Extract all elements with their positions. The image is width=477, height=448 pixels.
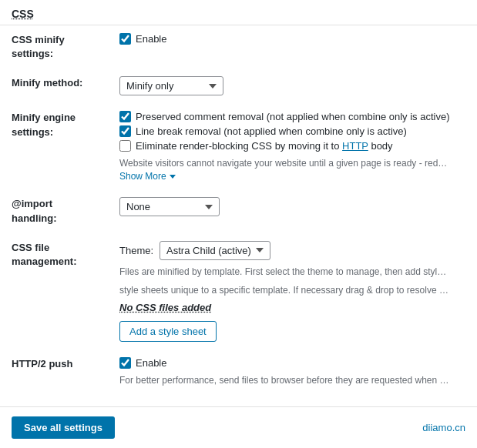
theme-label: Theme: (119, 245, 153, 256)
http2-push-description: For better performance, send files to br… (119, 373, 451, 387)
eliminate-render-blocking-label: Eliminate render-blocking CSS by moving … (136, 140, 393, 152)
minify-engine-description: Website visitors cannot navigate your we… (119, 156, 451, 170)
line-break-label: Line break removal (not applied when com… (136, 125, 407, 137)
css-minify-label: CSS minify settings: (12, 34, 65, 59)
import-handling-label: @import handling: (12, 198, 57, 223)
minify-engine-label: Minify engine settings: (12, 112, 76, 137)
show-more-text: Show More (119, 171, 166, 182)
save-all-settings-button[interactable]: Save all settings (12, 416, 115, 439)
line-break-checkbox[interactable] (119, 125, 131, 137)
preserved-comment-label: Preserved comment removal (not applied w… (136, 111, 450, 122)
theme-select[interactable]: Astra Child (active) Astra Default (160, 241, 270, 260)
preserved-comment-checkbox[interactable] (119, 111, 131, 122)
eliminate-render-blocking-checkbox[interactable] (119, 140, 131, 152)
import-handling-select[interactable]: None Include Ignore (119, 197, 220, 216)
css-minify-enable-label: Enable (136, 33, 166, 45)
footer-bar: Save all settings diiamo.cn (0, 406, 477, 448)
show-more-link[interactable]: Show More (119, 171, 176, 182)
chevron-down-icon (170, 175, 176, 179)
css-minify-enable-checkbox[interactable] (119, 33, 131, 45)
minify-method-select[interactable]: Minify only Combine only Combine + Minif… (119, 76, 223, 95)
http2-push-enable-checkbox[interactable] (119, 357, 131, 369)
http2-push-enable-label: Enable (136, 357, 166, 369)
css-file-desc1: Files are minified by template. First se… (119, 265, 451, 279)
http-link[interactable]: HTTP (342, 140, 368, 152)
http2-push-label: HTTP/2 push (12, 358, 72, 369)
page-title: CSS (0, 0, 477, 25)
no-css-files-label: No CSS files added (119, 302, 465, 313)
css-file-desc2: style sheets unique to a specific templa… (119, 283, 451, 297)
css-file-management-label: CSS file management: (12, 242, 77, 267)
brand-label: diiamo.cn (422, 422, 465, 433)
minify-method-label: Minify method: (12, 77, 82, 89)
add-stylesheet-button[interactable]: Add a style sheet (119, 321, 217, 342)
